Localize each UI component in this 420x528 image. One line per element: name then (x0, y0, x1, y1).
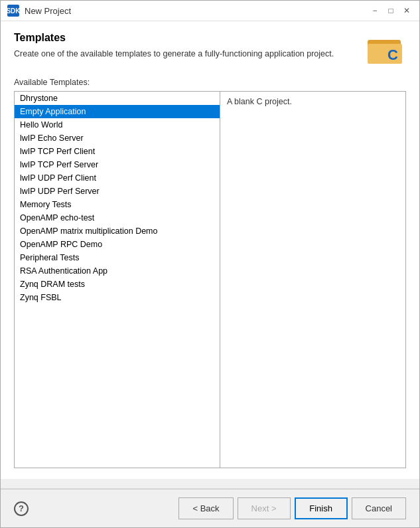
template-item-lwip-udp-perf-client[interactable]: lwIP UDP Perf Client (15, 171, 220, 185)
template-item-openamp-echo-test[interactable]: OpenAMP echo-test (15, 211, 220, 224)
folder-svg-icon: C (366, 32, 405, 66)
bottom-left: ? (14, 501, 29, 516)
template-item-zynq-fsbl[interactable]: Zynq FSBL (15, 291, 220, 304)
template-item-empty-application[interactable]: Empty Application (15, 105, 220, 118)
next-button[interactable]: Next > (238, 497, 291, 519)
template-item-memory-tests[interactable]: Memory Tests (15, 198, 220, 211)
bottom-buttons: < Back Next > Finish Cancel (178, 497, 406, 519)
panels-row: DhrystoneEmpty ApplicationHello WorldlwI… (14, 91, 406, 468)
header-text-block: Templates Create one of the available te… (14, 32, 356, 60)
template-item-hello-world[interactable]: Hello World (15, 118, 220, 132)
title-bar-left: SDK New Project (7, 5, 71, 17)
header-description: Create one of the available templates to… (14, 48, 356, 60)
window-title: New Project (25, 6, 71, 16)
app-icon: SDK (7, 5, 19, 17)
title-bar-controls: − □ ✕ (369, 5, 413, 17)
template-item-lwip-tcp-perf-client[interactable]: lwIP TCP Perf Client (15, 145, 220, 158)
maximize-button[interactable]: □ (385, 5, 397, 17)
svg-text:C: C (387, 46, 398, 63)
bottom-bar: ? < Back Next > Finish Cancel (1, 489, 419, 527)
header-section: Templates Create one of the available te… (14, 32, 406, 68)
app-icon-text: SDK (6, 7, 20, 15)
template-item-rsa-auth-app[interactable]: RSA Authentication App (15, 264, 220, 278)
header-folder-icon: C (366, 32, 406, 68)
template-item-lwip-tcp-perf-server[interactable]: lwIP TCP Perf Server (15, 158, 220, 171)
help-button[interactable]: ? (14, 501, 29, 516)
template-item-dhrystone[interactable]: Dhrystone (15, 92, 220, 105)
finish-button[interactable]: Finish (295, 497, 348, 519)
template-item-peripheral-tests[interactable]: Peripheral Tests (15, 251, 220, 264)
minimize-button[interactable]: − (369, 5, 381, 17)
template-description: A blank C project. (227, 97, 292, 106)
header-title: Templates (14, 32, 356, 44)
title-bar: SDK New Project − □ ✕ (1, 1, 419, 21)
template-item-zynq-dram-tests[interactable]: Zynq DRAM tests (15, 278, 220, 291)
template-item-openamp-rpc-demo[interactable]: OpenAMP RPC Demo (15, 238, 220, 251)
template-item-openamp-matrix-demo[interactable]: OpenAMP matrix multiplication Demo (15, 224, 220, 238)
close-button[interactable]: ✕ (401, 5, 413, 17)
template-item-lwip-udp-perf-server[interactable]: lwIP UDP Perf Server (15, 185, 220, 198)
description-panel: A blank C project. (220, 92, 405, 468)
main-content: Templates Create one of the available te… (1, 21, 419, 479)
template-list[interactable]: DhrystoneEmpty ApplicationHello WorldlwI… (15, 92, 220, 468)
back-button[interactable]: < Back (178, 497, 233, 519)
template-item-lwip-echo-server[interactable]: lwIP Echo Server (15, 132, 220, 145)
cancel-button[interactable]: Cancel (352, 497, 406, 519)
section-label: Available Templates: (14, 78, 406, 87)
